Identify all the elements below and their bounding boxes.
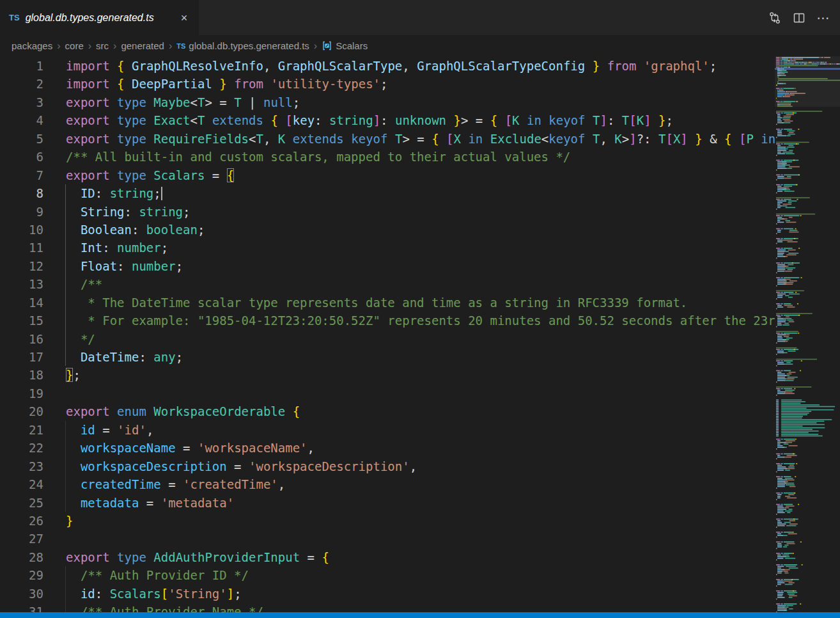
line-number[interactable]: 25	[0, 494, 43, 512]
tab-global-db-types-generated-ts[interactable]: TS global.db.types.generated.ts ×	[0, 0, 199, 35]
indent-guide	[65, 421, 66, 439]
code-line[interactable]: 10 Boolean: boolean;	[0, 221, 775, 239]
code-line[interactable]: 5export type RequireFields<T, K extends …	[0, 130, 775, 148]
tab-close-icon[interactable]: ×	[177, 11, 191, 25]
line-number[interactable]: 8	[0, 184, 43, 202]
indent-guide	[65, 494, 66, 512]
code-editor: 1import { GraphQLResolveInfo, GraphQLSca…	[0, 56, 840, 618]
line-number[interactable]: 27	[0, 530, 43, 548]
breadcrumb-item-core[interactable]: core	[65, 40, 84, 51]
code-line[interactable]: 24 createdTime = 'createdTime',	[0, 475, 775, 493]
breadcrumb-item-src[interactable]: src	[96, 40, 109, 51]
line-number[interactable]: 7	[0, 166, 43, 184]
line-number[interactable]: 17	[0, 348, 43, 366]
code-pane[interactable]: 1import { GraphQLResolveInfo, GraphQLSca…	[0, 57, 775, 618]
code-line-text: id = 'id',	[66, 421, 153, 439]
breadcrumb-symbol-label: Scalars	[336, 40, 368, 51]
line-number[interactable]: 13	[0, 275, 43, 293]
line-number[interactable]: 3	[0, 93, 43, 111]
breadcrumb-item-generated[interactable]: generated	[121, 40, 164, 51]
code-line[interactable]: 8 ID: string;	[0, 184, 775, 202]
code-line[interactable]: 26}	[0, 512, 775, 530]
code-line[interactable]: 28export type AddAuthProviderInput = {	[0, 548, 775, 566]
code-line[interactable]: 9 String: string;	[0, 203, 775, 221]
code-line[interactable]: 3export type Maybe<T> = T | null;	[0, 93, 775, 111]
code-line[interactable]: 4export type Exact<T extends { [key: str…	[0, 111, 775, 129]
code-line[interactable]: 2import { DeepPartial } from 'utility-ty…	[0, 75, 775, 93]
code-line[interactable]: 14 * The DateTime scalar type represents…	[0, 294, 775, 312]
code-line[interactable]: 20export enum WorkspaceOrderable {	[0, 402, 775, 420]
line-number[interactable]: 22	[0, 439, 43, 457]
line-number[interactable]: 24	[0, 475, 43, 493]
breadcrumb-item-symbol-scalars[interactable]: Scalars	[322, 40, 368, 51]
indent-guide	[65, 184, 66, 202]
code-line[interactable]: 12 Float: number;	[0, 257, 775, 275]
line-number[interactable]: 1	[0, 57, 43, 75]
open-changes-icon[interactable]	[767, 10, 782, 26]
chevron-right-icon: ›	[314, 40, 317, 52]
chevron-right-icon: ›	[57, 40, 60, 52]
status-bar[interactable]	[0, 612, 840, 618]
line-number[interactable]: 23	[0, 457, 43, 475]
code-line[interactable]: 1import { GraphQLResolveInfo, GraphQLSca…	[0, 57, 775, 75]
code-line[interactable]: 29 /** Auth Provider ID */	[0, 566, 775, 584]
code-line[interactable]: 16 */	[0, 330, 775, 348]
line-number[interactable]: 9	[0, 203, 43, 221]
more-actions-icon[interactable]: ⋯	[816, 10, 831, 26]
line-number[interactable]: 6	[0, 148, 43, 166]
line-number[interactable]: 4	[0, 111, 43, 129]
indent-guide	[65, 439, 66, 457]
chevron-right-icon: ›	[169, 40, 172, 52]
editor-tab-bar: TS global.db.types.generated.ts ×	[0, 0, 840, 35]
line-number[interactable]: 28	[0, 548, 43, 566]
code-line[interactable]: 18};	[0, 366, 775, 384]
code-line-text: Float: number;	[66, 257, 183, 275]
code-line[interactable]: 13 /**	[0, 275, 775, 293]
line-number[interactable]: 19	[0, 384, 43, 402]
indent-guide	[65, 312, 66, 329]
split-editor-icon[interactable]	[791, 10, 807, 26]
code-line[interactable]: 25 metadata = 'metadata'	[0, 494, 775, 512]
code-line[interactable]: 6/** All built-in and custom scalars, ma…	[0, 148, 775, 166]
code-line-text: export type Maybe<T> = T | null;	[66, 93, 300, 111]
code-line-text: }	[66, 512, 73, 530]
line-number[interactable]: 26	[0, 512, 43, 530]
code-line[interactable]: 17 DateTime: any;	[0, 348, 775, 366]
line-number[interactable]: 16	[0, 330, 43, 348]
line-number[interactable]: 5	[0, 130, 43, 148]
line-number[interactable]: 18	[0, 366, 43, 384]
code-line-text: /**	[66, 275, 102, 293]
minimap[interactable]	[775, 56, 840, 612]
line-number[interactable]: 14	[0, 294, 43, 312]
code-line[interactable]: 11 Int: number;	[0, 239, 775, 257]
code-line[interactable]: 22 workspaceName = 'workspaceName',	[0, 439, 775, 457]
code-line[interactable]: 15 * For example: "1985-04-12T23:20:50.5…	[0, 312, 775, 329]
line-number[interactable]: 30	[0, 585, 43, 603]
line-number[interactable]: 12	[0, 257, 43, 275]
line-number[interactable]: 11	[0, 239, 43, 257]
code-line[interactable]: 21 id = 'id',	[0, 421, 775, 439]
code-line-text: id: Scalars['String'];	[66, 585, 242, 603]
type-symbol-icon	[322, 40, 332, 51]
code-line-text: export type AddAuthProviderInput = {	[66, 548, 329, 566]
indent-guide	[65, 566, 66, 584]
text-cursor	[161, 187, 162, 200]
indent-guide	[65, 294, 66, 312]
breadcrumb-item-file[interactable]: TS global.db.types.generated.ts	[176, 40, 309, 51]
code-line-text: String: string;	[66, 203, 191, 221]
code-line[interactable]: 23 workspaceDescription = 'workspaceDesc…	[0, 457, 775, 475]
line-number[interactable]: 2	[0, 75, 43, 93]
breadcrumb-item-packages[interactable]: packages	[12, 40, 52, 51]
code-line[interactable]: 7export type Scalars = {	[0, 166, 775, 184]
line-number[interactable]: 29	[0, 566, 43, 584]
line-number[interactable]: 21	[0, 421, 43, 439]
code-line[interactable]: 19	[0, 384, 775, 402]
line-number[interactable]: 10	[0, 221, 43, 239]
code-line[interactable]: 27	[0, 530, 775, 548]
code-line[interactable]: 30 id: Scalars['String'];	[0, 585, 775, 603]
indent-guide	[65, 239, 66, 257]
code-line-text: * For example: "1985-04-12T23:20:50.52Z"…	[66, 312, 775, 329]
line-number[interactable]: 15	[0, 312, 43, 329]
line-number[interactable]: 20	[0, 402, 43, 420]
indent-guide	[65, 348, 66, 366]
